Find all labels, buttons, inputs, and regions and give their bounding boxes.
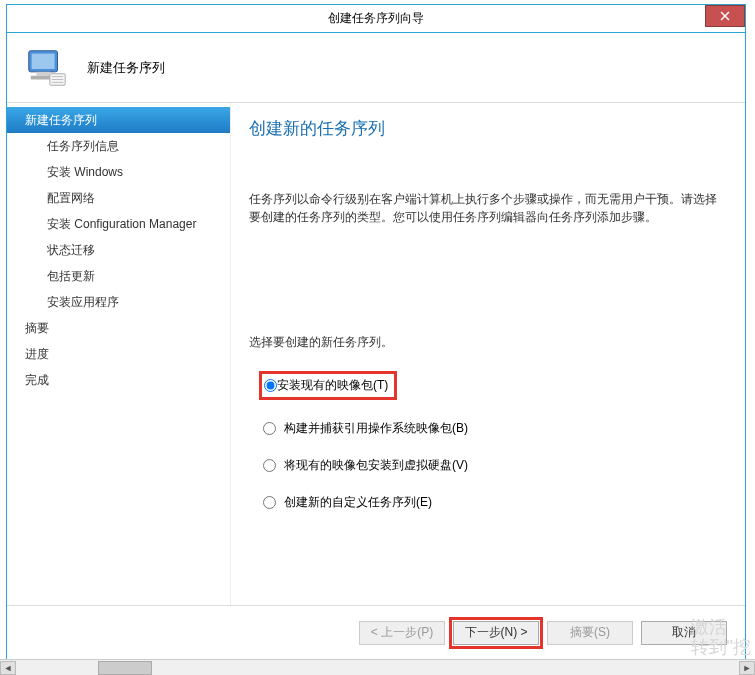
cancel-button[interactable]: 取消 bbox=[641, 621, 727, 645]
page-title: 创建新的任务序列 bbox=[249, 117, 727, 140]
svg-rect-3 bbox=[32, 53, 55, 68]
scroll-thumb[interactable] bbox=[98, 661, 152, 675]
sidebar-item[interactable]: 状态迁移 bbox=[7, 237, 230, 263]
scroll-right-arrow[interactable]: ► bbox=[739, 661, 755, 675]
radio-label: 将现有的映像包安装到虚拟硬盘(V) bbox=[284, 457, 468, 474]
radio-input[interactable] bbox=[264, 379, 277, 392]
radio-label: 构建并捕获引用操作系统映像包(B) bbox=[284, 420, 468, 437]
header: 新建任务序列 bbox=[7, 33, 745, 103]
sidebar-item[interactable]: 配置网络 bbox=[7, 185, 230, 211]
sidebar-item[interactable]: 完成 bbox=[7, 367, 230, 393]
scroll-left-arrow[interactable]: ◄ bbox=[0, 661, 16, 675]
radio-option[interactable]: 将现有的映像包安装到虚拟硬盘(V) bbox=[263, 457, 727, 474]
description-text: 任务序列以命令行级别在客户端计算机上执行多个步骤或操作，而无需用户干预。请选择要… bbox=[249, 190, 727, 226]
sidebar-item[interactable]: 新建任务序列 bbox=[7, 107, 230, 133]
radio-option[interactable]: 创建新的自定义任务序列(E) bbox=[263, 494, 727, 511]
computer-icon bbox=[23, 45, 69, 91]
sidebar-item[interactable]: 摘要 bbox=[7, 315, 230, 341]
close-button[interactable] bbox=[705, 5, 745, 27]
sidebar-item[interactable]: 包括更新 bbox=[7, 263, 230, 289]
content-panel: 创建新的任务序列 任务序列以命令行级别在客户端计算机上执行多个步骤或操作，而无需… bbox=[231, 103, 745, 605]
sidebar-item[interactable]: 安装 Configuration Manager bbox=[7, 211, 230, 237]
header-title: 新建任务序列 bbox=[87, 59, 165, 77]
footer: < 上一步(P) 下一步(N) > 摘要(S) 取消 bbox=[7, 605, 745, 659]
radio-group: 安装现有的映像包(T)构建并捕获引用操作系统映像包(B)将现有的映像包安装到虚拟… bbox=[249, 371, 727, 511]
radio-option[interactable]: 安装现有的映像包(T) bbox=[263, 371, 727, 400]
titlebar: 创建任务序列向导 bbox=[7, 5, 745, 33]
radio-input[interactable] bbox=[263, 459, 276, 472]
prev-button[interactable]: < 上一步(P) bbox=[359, 621, 445, 645]
horizontal-scrollbar[interactable]: ◄ ► bbox=[0, 659, 755, 675]
scroll-track[interactable] bbox=[16, 661, 739, 675]
highlight-box: 安装现有的映像包(T) bbox=[259, 371, 397, 400]
next-button[interactable]: 下一步(N) > bbox=[453, 621, 539, 645]
body: 新建任务序列任务序列信息安装 Windows配置网络安装 Configurati… bbox=[7, 103, 745, 605]
wizard-window: 创建任务序列向导 新建任务序列 新建任务序列任务序列信息安装 Windows配置… bbox=[6, 4, 746, 660]
sidebar: 新建任务序列任务序列信息安装 Windows配置网络安装 Configurati… bbox=[7, 103, 231, 605]
radio-input[interactable] bbox=[263, 496, 276, 509]
radio-label: 创建新的自定义任务序列(E) bbox=[284, 494, 432, 511]
sidebar-item[interactable]: 安装 Windows bbox=[7, 159, 230, 185]
close-icon bbox=[720, 11, 730, 21]
sidebar-item[interactable]: 任务序列信息 bbox=[7, 133, 230, 159]
prompt-text: 选择要创建的新任务序列。 bbox=[249, 334, 727, 351]
radio-option[interactable]: 构建并捕获引用操作系统映像包(B) bbox=[263, 420, 727, 437]
svg-rect-4 bbox=[36, 71, 49, 75]
sidebar-item[interactable]: 进度 bbox=[7, 341, 230, 367]
titlebar-title: 创建任务序列向导 bbox=[328, 10, 424, 27]
radio-input[interactable] bbox=[263, 422, 276, 435]
sidebar-item[interactable]: 安装应用程序 bbox=[7, 289, 230, 315]
radio-label: 安装现有的映像包(T) bbox=[277, 377, 388, 394]
summary-button[interactable]: 摘要(S) bbox=[547, 621, 633, 645]
